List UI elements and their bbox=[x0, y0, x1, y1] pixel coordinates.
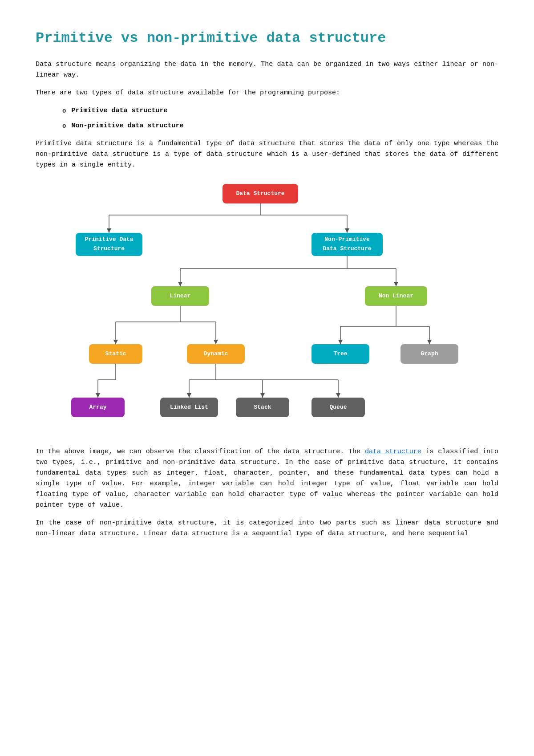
data-structure-diagram: Data Structure Primitive DataStructure N… bbox=[62, 184, 472, 433]
list-item-primitive: Primitive data structure bbox=[62, 106, 498, 116]
svg-marker-38 bbox=[260, 393, 265, 398]
node-tree: Tree bbox=[312, 344, 369, 364]
svg-marker-3 bbox=[107, 228, 111, 233]
node-non-primitive: Non-PrimitiveData Structure bbox=[312, 233, 383, 256]
node-queue: Queue bbox=[312, 398, 365, 417]
intro-para1: Data structure means organizing the data… bbox=[36, 59, 498, 81]
node-graph: Graph bbox=[400, 344, 458, 364]
intro-para3: Primitive data structure is a fundamenta… bbox=[36, 138, 498, 171]
intro-para2: There are two types of data structure av… bbox=[36, 88, 498, 98]
node-non-linear: Non Linear bbox=[365, 286, 427, 306]
node-primitive: Primitive DataStructure bbox=[76, 233, 142, 256]
svg-marker-13 bbox=[394, 282, 398, 286]
node-linked-list: Linked List bbox=[160, 398, 218, 417]
svg-marker-6 bbox=[345, 228, 349, 233]
node-static: Static bbox=[89, 344, 142, 364]
node-data-structure: Data Structure bbox=[222, 184, 298, 203]
diagram-container: Data Structure Primitive DataStructure N… bbox=[36, 184, 498, 433]
node-dynamic: Dynamic bbox=[187, 344, 245, 364]
svg-marker-41 bbox=[336, 393, 340, 398]
svg-marker-10 bbox=[178, 282, 182, 286]
body-para5: In the case of non-primitive data struct… bbox=[36, 518, 498, 539]
svg-marker-24 bbox=[338, 340, 343, 344]
diagram-lines bbox=[62, 184, 472, 433]
svg-marker-27 bbox=[427, 340, 432, 344]
data-structure-link[interactable]: data structure bbox=[365, 448, 421, 455]
svg-marker-17 bbox=[113, 340, 118, 344]
node-array: Array bbox=[71, 398, 125, 417]
ds-type-list: Primitive data structure Non-primitive d… bbox=[62, 106, 498, 131]
list-item-nonprimitive: Non-primitive data structure bbox=[62, 121, 498, 131]
svg-marker-31 bbox=[96, 393, 100, 398]
node-linear: Linear bbox=[151, 286, 209, 306]
node-stack: Stack bbox=[236, 398, 289, 417]
body-para4: In the above image, we can observe the c… bbox=[36, 447, 498, 511]
page-title: Primitive vs non-primitive data structur… bbox=[36, 27, 498, 49]
svg-marker-20 bbox=[214, 340, 218, 344]
svg-marker-35 bbox=[187, 393, 191, 398]
